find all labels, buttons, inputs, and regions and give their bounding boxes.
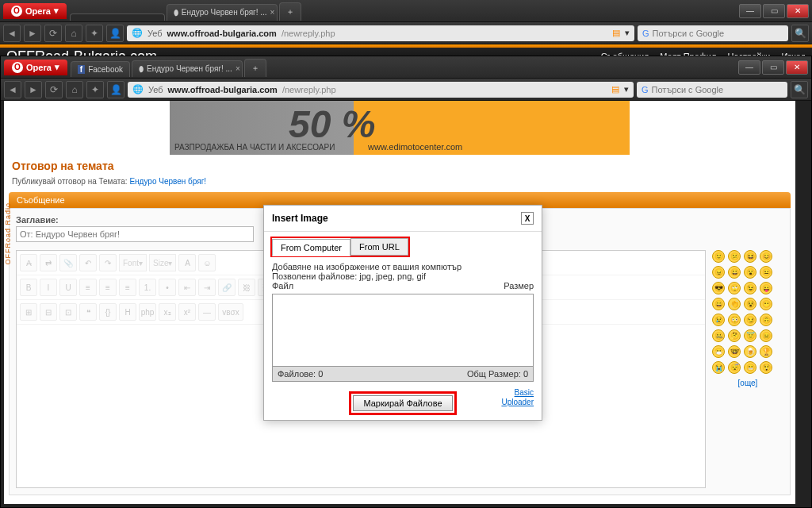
close-button[interactable]: ✕ bbox=[786, 60, 808, 75]
tb-switch: ⇄ bbox=[40, 254, 57, 271]
tab-from-computer[interactable]: From Computer bbox=[272, 239, 350, 256]
wand-button[interactable]: ✦ bbox=[86, 25, 103, 42]
smilie[interactable]: 🤓 bbox=[728, 345, 741, 358]
thread-link[interactable]: Ендуро Червен бряг! bbox=[129, 177, 206, 186]
close-button[interactable]: ✕ bbox=[787, 4, 809, 18]
smilie[interactable]: 🙄 bbox=[728, 282, 741, 294]
smilie[interactable]: 😵 bbox=[744, 298, 756, 310]
basic-uploader-link[interactable]: BasicUploader bbox=[501, 388, 534, 407]
smilie[interactable]: 😉 bbox=[744, 282, 756, 294]
tb-indent: ⇥ bbox=[198, 279, 216, 296]
back-button[interactable]: ◄ bbox=[3, 25, 21, 42]
new-tab-button[interactable]: ＋ bbox=[279, 2, 301, 21]
smilie[interactable]: 😎 bbox=[712, 282, 725, 294]
chevron-down-icon[interactable]: ▾ bbox=[625, 28, 630, 38]
rss-icon[interactable]: ▤ bbox=[611, 84, 619, 94]
zoom-button[interactable]: 🔍 bbox=[791, 25, 809, 42]
forward-button[interactable]: ► bbox=[24, 25, 41, 42]
reload-button[interactable]: ⟳ bbox=[44, 25, 62, 42]
search-input[interactable]: GПотърси с Google bbox=[637, 82, 787, 98]
close-icon[interactable]: × bbox=[270, 8, 275, 17]
wand-button[interactable]: ✦ bbox=[86, 81, 104, 98]
smilie[interactable]: 😆 bbox=[744, 250, 756, 263]
smilie[interactable]: 😴 bbox=[728, 361, 741, 374]
smilie[interactable]: 😊 bbox=[760, 250, 772, 263]
home-button[interactable]: ⌂ bbox=[65, 25, 82, 42]
chevron-down-icon[interactable]: ▾ bbox=[624, 84, 629, 94]
smilie[interactable]: 🤔 bbox=[728, 329, 741, 342]
dialog-close-button[interactable]: X bbox=[521, 212, 534, 225]
address-bar[interactable]: 🌐 Уеб www.offroad-bulgaria.com/newreply.… bbox=[128, 82, 634, 98]
col-file: Файл bbox=[272, 281, 293, 291]
smilie[interactable]: 🤐 bbox=[712, 329, 725, 342]
tb-color: A bbox=[178, 254, 196, 271]
browser-tab[interactable]: ⬮Ендуро Червен бряг! ...× bbox=[167, 4, 278, 21]
tab-from-url[interactable]: From URL bbox=[350, 238, 408, 256]
tb-unlink: ⛓ bbox=[238, 279, 255, 296]
ad-banner[interactable]: 50 % РАЗПРОДАЖБА НА ЧАСТИ И АКСЕСОАРИ ww… bbox=[170, 101, 630, 155]
maximize-button[interactable]: ▭ bbox=[763, 4, 785, 18]
opera-menu-button[interactable]: OOpera ▾ bbox=[3, 3, 67, 19]
smilie[interactable]: 😶 bbox=[760, 298, 772, 310]
more-smilies-link[interactable]: [още] bbox=[712, 379, 783, 387]
back-button[interactable]: ◄ bbox=[4, 81, 21, 98]
tb-font: Font ▾ bbox=[119, 254, 147, 271]
mark-files-button[interactable]: Маркирай Файлове bbox=[353, 395, 452, 411]
smilie[interactable]: 🙂 bbox=[712, 250, 725, 263]
tb-undo: ↶ bbox=[79, 254, 97, 271]
smilie[interactable]: 🙃 bbox=[760, 314, 772, 326]
inner-titlebar: OOpera ▾ fFacebook ⬮Ендуро Червен бряг! … bbox=[1, 56, 811, 79]
smilie[interactable]: 😇 bbox=[744, 329, 756, 342]
smilie[interactable]: 😛 bbox=[760, 282, 772, 294]
address-bar[interactable]: 🌐 Уеб www.offroad-bulgaria.com/newreply.… bbox=[127, 25, 634, 41]
minimize-button[interactable]: — bbox=[738, 60, 760, 75]
home-button[interactable]: ⌂ bbox=[66, 81, 83, 98]
smilie[interactable]: 😲 bbox=[760, 361, 772, 374]
smilie[interactable]: 😳 bbox=[728, 314, 741, 326]
new-tab-button[interactable]: ＋ bbox=[244, 59, 266, 77]
smilie[interactable]: 😑 bbox=[760, 329, 772, 342]
smilie[interactable]: 😠 bbox=[712, 266, 725, 279]
browser-tab-facebook[interactable]: fFacebook bbox=[71, 61, 130, 77]
globe-icon: 🌐 bbox=[132, 84, 144, 94]
allowed-files: Позволени файлове: jpg, jpeg, png, gif bbox=[272, 271, 534, 281]
tb-bold: B bbox=[20, 279, 37, 296]
close-icon[interactable]: × bbox=[236, 64, 240, 73]
smilie[interactable]: 😷 bbox=[712, 345, 725, 358]
reload-button[interactable]: ⟳ bbox=[45, 81, 63, 98]
col-size: Размер bbox=[504, 281, 534, 291]
title-input[interactable] bbox=[16, 226, 254, 242]
smilie[interactable]: 🏆 bbox=[760, 345, 772, 358]
tb-ol: 1. bbox=[139, 279, 156, 296]
minimize-button[interactable]: — bbox=[739, 4, 761, 18]
smilie[interactable]: 😢 bbox=[712, 314, 725, 326]
user-icon[interactable]: 👤 bbox=[107, 81, 124, 98]
tb-link: 🔗 bbox=[218, 279, 236, 296]
side-radio-label[interactable]: OFFRoad Radio bbox=[4, 202, 12, 265]
opera-menu-button[interactable]: OOpera ▾ bbox=[4, 60, 67, 75]
tb-removefmt: A̶ bbox=[20, 254, 37, 271]
smilie[interactable]: 😀 bbox=[728, 266, 741, 279]
maximize-button[interactable]: ▭ bbox=[762, 60, 784, 75]
smilie[interactable]: 🍺 bbox=[744, 345, 756, 358]
forward-button[interactable]: ► bbox=[25, 81, 42, 98]
user-icon[interactable]: 👤 bbox=[106, 25, 124, 42]
browser-tab[interactable]: ⬮Ендуро Червен бряг! ...× bbox=[132, 60, 243, 77]
zoom-button[interactable]: 🔍 bbox=[791, 81, 808, 98]
smilie[interactable]: 👏 bbox=[728, 298, 741, 310]
smilie[interactable]: 😄 bbox=[712, 298, 725, 310]
smilie[interactable]: 😮 bbox=[744, 266, 756, 279]
browser-tab[interactable] bbox=[70, 13, 165, 21]
upload-description: Добавяне на изображение от вашия компютъ… bbox=[272, 262, 534, 271]
search-input[interactable]: GПотърси с Google bbox=[638, 25, 788, 41]
smilie[interactable]: 😐 bbox=[760, 266, 772, 279]
tb-redo: ↷ bbox=[99, 254, 117, 271]
smilie[interactable]: 😬 bbox=[744, 361, 756, 374]
dialog-title: Insert Image bbox=[272, 213, 328, 224]
smilie[interactable]: 😕 bbox=[728, 250, 741, 263]
globe-icon: 🌐 bbox=[132, 28, 143, 38]
outer-titlebar: OOpera ▾ ⬮Ендуро Червен бряг! ...× ＋ — ▭… bbox=[0, 0, 812, 22]
smilie[interactable]: 😭 bbox=[712, 361, 725, 374]
smilie[interactable]: 😏 bbox=[744, 314, 756, 326]
rss-icon[interactable]: ▤ bbox=[612, 28, 620, 38]
